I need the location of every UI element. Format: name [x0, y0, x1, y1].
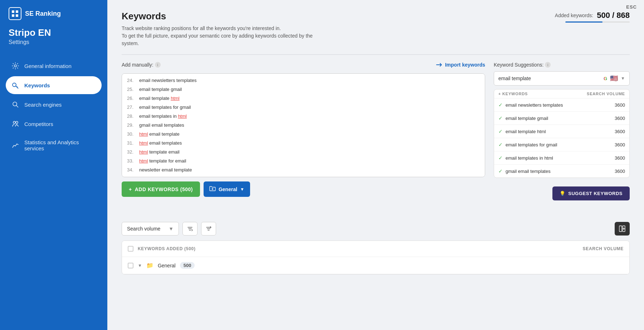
keywords-header: Keywords Track website ranking positions… — [122, 11, 630, 47]
dropdown-chevron-icon: ▼ — [169, 226, 174, 232]
right-column: Keyword Suggestions: i G 🇺🇸 ▼ + KEYWORDS… — [494, 62, 630, 200]
suggestion-item[interactable]: ✓ gmail email templates 3600 — [494, 165, 629, 178]
bottom-section: Search volume ▼ — [122, 222, 630, 275]
add-column-button[interactable] — [615, 222, 630, 236]
logo-icon — [9, 7, 21, 20]
check-icon: ✓ — [498, 115, 503, 121]
sidebar-item-statistics[interactable]: Statistics and Analytics services — [6, 134, 102, 156]
sidebar-item-competitors-label: Competitors — [24, 121, 53, 127]
svg-point-6 — [13, 102, 17, 106]
page-title: Keywords — [122, 11, 315, 22]
suggestion-item[interactable]: ✓ email templates in html 3600 — [494, 151, 629, 165]
list-item: 29. gmail email templates — [122, 121, 485, 130]
chevron-right-icon[interactable]: ▼ — [138, 263, 142, 268]
esc-button[interactable]: ESC — [626, 4, 637, 10]
table-col-keywords-header: KEYWORDS ADDED (500) — [138, 246, 196, 251]
keyword-search-row[interactable]: G 🇺🇸 ▼ — [494, 71, 630, 86]
select-all-checkbox[interactable] — [128, 246, 133, 252]
flag-us-icon: 🇺🇸 — [610, 74, 618, 82]
list-item: 26. email template html — [122, 94, 485, 103]
svg-rect-9 — [619, 226, 622, 232]
svg-rect-1 — [16, 10, 18, 13]
import-keywords-link[interactable]: Import keywords — [436, 62, 485, 68]
header-divider — [122, 54, 630, 55]
table-header-row: KEYWORDS ADDED (500) SEARCH VOLUME — [122, 241, 629, 257]
check-icon: ✓ — [498, 142, 503, 147]
project-subtitle: Settings — [9, 39, 99, 45]
search-chevron-icon[interactable]: ▼ — [621, 76, 625, 81]
svg-rect-0 — [12, 10, 14, 13]
check-icon: ✓ — [498, 155, 503, 161]
suggest-keywords-button[interactable]: 💡 SUGGEST KEYWORDS — [552, 186, 630, 200]
svg-point-5 — [13, 83, 16, 87]
sidebar-item-keywords-label: Keywords — [24, 82, 50, 88]
keywords-description-1: Track website ranking positions for all … — [122, 25, 315, 32]
search-icon — [11, 101, 19, 108]
add-manually-info-icon[interactable]: i — [155, 62, 161, 68]
suggestion-item[interactable]: ✓ email template html 3600 — [494, 125, 629, 138]
keywords-info: Keywords Track website ranking positions… — [122, 11, 315, 47]
list-item: 25. email template gmail — [122, 85, 485, 94]
competitors-icon — [11, 120, 19, 128]
add-keywords-button[interactable]: + ADD KEYWORDS (500) — [122, 181, 200, 197]
counter-label: Added keywords: — [555, 13, 593, 18]
row-checkbox[interactable] — [128, 263, 133, 268]
suggestions-table-header: + KEYWORDS SEARCH VOLUME — [494, 89, 629, 98]
sidebar-item-general[interactable]: General information — [6, 57, 102, 75]
keyword-search-input[interactable] — [498, 76, 601, 81]
sidebar-project: Stripo EN Settings — [0, 26, 107, 54]
project-name: Stripo EN — [9, 27, 99, 38]
list-item: 33. html template for email — [122, 156, 485, 165]
filter-row: Search volume ▼ — [122, 222, 630, 236]
list-item: 31. html email templates — [122, 139, 485, 147]
search-volume-dropdown[interactable]: Search volume ▼ — [122, 222, 179, 236]
svg-point-8 — [16, 121, 18, 123]
suggestion-item[interactable]: ✓ email newsletters templates 3600 — [494, 98, 629, 112]
suggestion-item[interactable]: ✓ email templates for gmail 3600 — [494, 138, 629, 151]
sidebar-item-general-label: General information — [24, 63, 72, 69]
list-item: 24. email newsletters templates — [122, 76, 485, 85]
suggestions-info-icon[interactable]: i — [545, 62, 551, 68]
sidebar-item-statistics-label: Statistics and Analytics services — [24, 139, 96, 151]
keyword-list-box[interactable]: 24. email newsletters templates 25. emai… — [122, 73, 485, 177]
two-column-area: Add manually: i Import keywords 24. emai… — [122, 62, 630, 200]
table-col-volume-header: SEARCH VOLUME — [583, 246, 624, 251]
sidebar-nav: General information Keywords Search e — [0, 54, 107, 330]
gear-icon — [11, 62, 19, 70]
check-icon: ✓ — [498, 168, 503, 174]
chevron-down-icon: ▼ — [240, 187, 244, 192]
list-item: 34. newsletter email template — [122, 165, 485, 174]
sort-asc-button[interactable] — [182, 222, 197, 236]
keywords-description-2: To get the full picture, expand your sem… — [122, 32, 315, 47]
general-button[interactable]: General ▼ — [204, 181, 250, 197]
suggestion-item[interactable]: ✓ email template gmail 3600 — [494, 112, 629, 125]
key-icon — [11, 81, 19, 89]
sidebar-item-competitors[interactable]: Competitors — [6, 115, 102, 133]
sidebar-item-keywords[interactable]: Keywords — [6, 76, 102, 94]
list-item: 28. email templates in html — [122, 112, 485, 121]
add-manually-label: Add manually: i — [122, 62, 161, 68]
sidebar-item-search-label: Search engines — [24, 102, 62, 108]
analytics-icon — [11, 141, 19, 149]
folder-icon: 📁 — [146, 262, 153, 269]
counter-bar — [565, 21, 630, 23]
check-icon: ✓ — [498, 102, 503, 108]
table-row: ▼ 📁 General 500 — [122, 257, 629, 274]
lightbulb-icon: 💡 — [560, 191, 566, 196]
main-content: ESC Keywords Track website ranking posit… — [107, 0, 644, 330]
added-keywords-counter: Added keywords: 500 / 868 — [555, 11, 630, 23]
sidebar-item-search-engines[interactable]: Search engines — [6, 96, 102, 113]
list-item: 27. email templates for gmail — [122, 103, 485, 112]
svg-rect-3 — [16, 14, 18, 17]
row-badge: 500 — [180, 262, 195, 269]
svg-point-4 — [14, 65, 16, 67]
check-icon: ✓ — [498, 128, 503, 134]
sort-desc-button[interactable] — [201, 222, 216, 236]
sidebar-logo: SE Ranking — [0, 0, 107, 26]
sidebar: SE Ranking Stripo EN Settings General in… — [0, 0, 107, 330]
folder-plus-icon — [209, 186, 216, 193]
svg-point-7 — [13, 121, 15, 123]
plus-icon: + — [129, 186, 132, 192]
svg-rect-2 — [12, 14, 14, 17]
suggestions-label: Keyword Suggestions: i — [494, 62, 630, 68]
